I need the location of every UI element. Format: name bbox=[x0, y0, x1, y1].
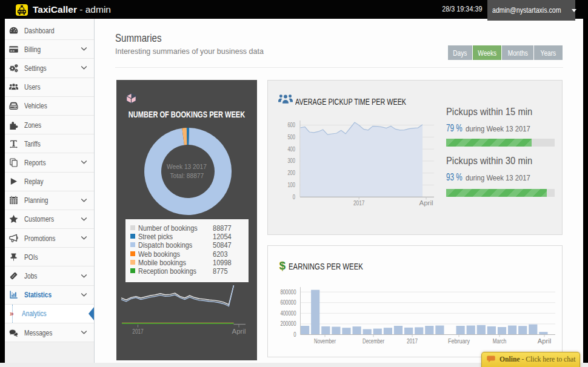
svg-text:2017: 2017 bbox=[132, 328, 144, 335]
sidebar-item-jobs[interactable]: Jobs bbox=[5, 266, 94, 285]
range-button-years[interactable]: Years bbox=[534, 45, 563, 60]
progress-fill-15 bbox=[446, 139, 532, 147]
sidebar-item-label: Replay bbox=[24, 177, 48, 186]
chevron-down-icon bbox=[81, 330, 87, 335]
svg-text:600000: 600000 bbox=[280, 299, 296, 306]
progress-track-15 bbox=[446, 139, 555, 147]
chat-bubble-icon bbox=[487, 355, 495, 363]
sidebar-item-messages[interactable]: Messages bbox=[5, 323, 94, 342]
cube-icon bbox=[125, 93, 137, 104]
brand-suffix: - admin bbox=[77, 4, 111, 15]
legend-label: Dispatch bookings bbox=[138, 240, 202, 250]
svg-text:400000: 400000 bbox=[280, 310, 296, 317]
legend-swatch bbox=[130, 234, 135, 239]
chevron-down-icon bbox=[81, 198, 87, 203]
statistics-icon bbox=[8, 289, 19, 300]
sidebar: Dashboard Billing Settings Users Vehicle… bbox=[5, 19, 95, 364]
bookings-card: NUMBER OF BOOKINGS PER WEEK Week 13 2017… bbox=[116, 80, 257, 360]
earnings-bar-chart[interactable]: 0200000400000600000800000NovemberDecembe… bbox=[268, 246, 563, 358]
taxicaller-logo[interactable] bbox=[16, 4, 28, 16]
customers-icon bbox=[8, 214, 19, 224]
chevron-down-icon bbox=[81, 47, 87, 51]
metric-line: 79 % during Week 13 2017 bbox=[446, 122, 555, 134]
sidebar-item-zones[interactable]: Zones bbox=[5, 116, 94, 134]
reports-icon bbox=[8, 157, 19, 168]
header-divider bbox=[115, 67, 563, 68]
sidebar-item-vehicles[interactable]: Vehicles bbox=[5, 97, 94, 116]
legend-label: Street picks bbox=[138, 232, 179, 241]
dashboard-icon bbox=[8, 25, 19, 36]
svg-text:March: March bbox=[493, 338, 507, 345]
metric-title: Pickups within 30 min bbox=[446, 155, 555, 167]
svg-text:0: 0 bbox=[293, 331, 296, 338]
svg-text:300: 300 bbox=[287, 157, 295, 164]
donut-week-label: Week 13 2017 bbox=[116, 162, 257, 171]
metric-line: 93 % during Week 13 2017 bbox=[446, 171, 555, 183]
progress-track-30 bbox=[446, 189, 555, 197]
sidebar-item-label: Tariffs bbox=[24, 139, 45, 148]
legend-row: Web bookings 6203 bbox=[125, 250, 249, 259]
svg-text:April: April bbox=[232, 328, 246, 335]
bookings-card-title: NUMBER OF BOOKINGS PER WEEK bbox=[116, 110, 257, 119]
sidebar-item-settings[interactable]: Settings bbox=[5, 59, 94, 78]
sidebar-item-label: Zones bbox=[24, 121, 46, 130]
pickup-area-chart[interactable]: 01002003004005006002017April bbox=[268, 81, 450, 236]
bookings-legend: Number of bookings 88877 Street picks 12… bbox=[125, 219, 249, 282]
sidebar-item-promotions[interactable]: Promotions bbox=[5, 229, 94, 248]
metric-title: Pickups within 15 min bbox=[446, 106, 555, 118]
topbar: TaxiCaller - admin 28/3 19:34:39 admin@n… bbox=[0, 0, 588, 19]
sidebar-item-statistics[interactable]: Statistics bbox=[5, 286, 94, 305]
chat-status: Online bbox=[499, 354, 520, 363]
legend-value: 10998 bbox=[213, 258, 235, 267]
vehicles-icon bbox=[8, 101, 19, 111]
sidebar-item-label: Statistics bbox=[24, 290, 59, 299]
svg-text:February: February bbox=[448, 338, 470, 345]
legend-row: Reception bookings 8775 bbox=[125, 267, 249, 276]
sidebar-item-label: Billing bbox=[24, 45, 45, 54]
legend-row: Street picks 12054 bbox=[125, 233, 249, 241]
users-icon bbox=[8, 82, 19, 92]
chat-button[interactable]: Online - Click here to chat bbox=[481, 352, 580, 367]
sidebar-item-label: Settings bbox=[24, 64, 53, 73]
sidebar-item-dashboard[interactable]: Dashboard bbox=[5, 21, 94, 40]
promotions-icon bbox=[8, 233, 19, 243]
sidebar-item-customers[interactable]: Customers bbox=[5, 210, 94, 229]
user-menu[interactable]: admin@nystartaxis.com bbox=[487, 0, 575, 21]
planning-icon bbox=[8, 195, 19, 205]
chevron-down-icon bbox=[81, 217, 87, 222]
earnings-card: $ EARNINGS PER WEEK 02000004000006000008… bbox=[267, 245, 563, 357]
bookings-trend-chart[interactable]: 2017April bbox=[116, 280, 257, 346]
sidebar-item-pois[interactable]: POIs bbox=[5, 248, 94, 266]
sidebar-item-tariffs[interactable]: Tariffs bbox=[5, 134, 94, 153]
svg-text:500: 500 bbox=[287, 134, 295, 141]
caret-down-icon bbox=[572, 9, 576, 12]
main-content: Summaries Interesting summaries of your … bbox=[95, 19, 583, 364]
zones-icon bbox=[8, 120, 19, 130]
sidebar-item-label: Jobs bbox=[24, 271, 41, 280]
range-button-weeks[interactable]: Weeks bbox=[473, 45, 501, 60]
legend-label: Mobile bookings bbox=[138, 258, 195, 267]
page-title: Summaries bbox=[115, 32, 170, 45]
legend-row: Dispatch bookings 50847 bbox=[125, 241, 249, 250]
pickup-metric-30: Pickups within 30 min 93 % during Week 1… bbox=[446, 155, 555, 183]
subitem-marker: » bbox=[10, 309, 14, 318]
range-button-days[interactable]: Days bbox=[448, 45, 472, 60]
sidebar-item-reports[interactable]: Reports bbox=[5, 153, 94, 172]
sidebar-item-billing[interactable]: Billing bbox=[5, 40, 94, 59]
range-button-months[interactable]: Months bbox=[502, 45, 533, 60]
sidebar-item-label: Promotions bbox=[24, 234, 64, 243]
sidebar-item-planning[interactable]: Planning bbox=[5, 191, 94, 210]
svg-text:2017: 2017 bbox=[353, 200, 365, 207]
svg-text:800000: 800000 bbox=[280, 289, 296, 296]
app: Dashboard Billing Settings Users Vehicle… bbox=[5, 19, 583, 364]
billing-icon bbox=[8, 44, 19, 55]
donut-total-label: Total: 88877 bbox=[116, 171, 257, 180]
sidebar-item-replay[interactable]: Replay bbox=[5, 173, 94, 191]
sidebar-subitem-analytics[interactable]: » Analytics bbox=[5, 305, 94, 323]
chat-cta: - Click here to chat bbox=[521, 354, 575, 363]
metric-during: during Week 13 2017 bbox=[466, 125, 538, 133]
sidebar-item-users[interactable]: Users bbox=[5, 78, 94, 97]
legend-value: 88877 bbox=[213, 223, 235, 233]
range-button-group: DaysWeeksMonthsYears bbox=[448, 45, 563, 60]
chevron-down-icon bbox=[81, 65, 87, 70]
